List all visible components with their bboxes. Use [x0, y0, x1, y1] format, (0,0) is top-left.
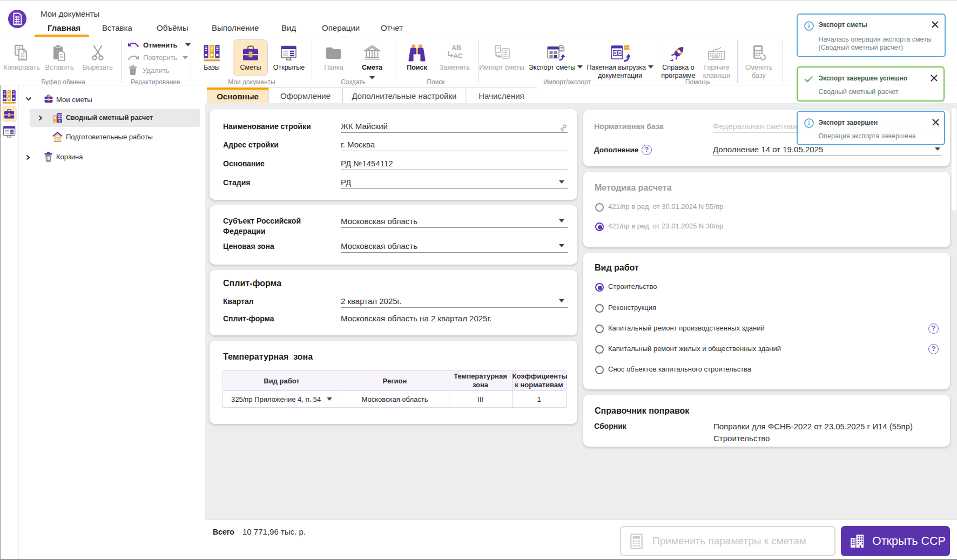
svg-text:AB: AB — [451, 44, 461, 52]
svg-text:AC: AC — [453, 52, 463, 60]
